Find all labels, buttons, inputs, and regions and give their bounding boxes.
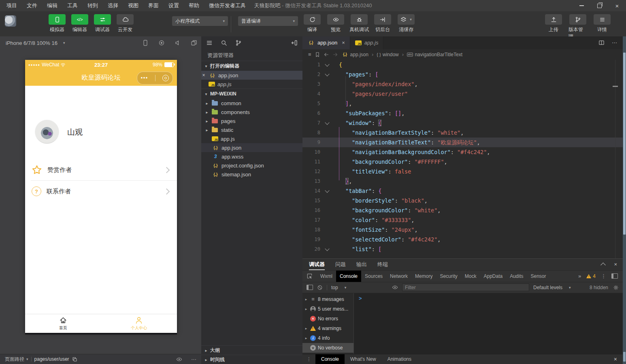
menubar-item[interactable]: 视图	[128, 2, 138, 9]
fold-gutter[interactable]	[324, 118, 332, 128]
devtools-tab-sensor[interactable]: Sensor	[527, 271, 550, 282]
account-avatar[interactable]	[5, 15, 16, 27]
warning-count-badge[interactable]: 4	[586, 273, 596, 279]
record-icon[interactable]	[158, 40, 165, 46]
mode-button-cloud[interactable]: 云开发	[116, 14, 134, 33]
code-line[interactable]: 7"window": {	[302, 118, 623, 128]
menubar-item[interactable]: 文件	[27, 2, 37, 9]
action-button-layers[interactable]: ▾清缓存	[396, 14, 417, 33]
drawer-tab-what-s-new[interactable]: What's New	[345, 354, 382, 364]
file-tree-item[interactable]: ▸common	[201, 99, 302, 108]
console-filter-warning[interactable]: ▸4 warnings	[302, 324, 353, 333]
fold-gutter[interactable]	[324, 186, 332, 196]
log-levels-select[interactable]: Default levels ▾	[533, 285, 571, 290]
mode-button-sliders[interactable]: 调试器	[93, 14, 112, 33]
outline-icon[interactable]: ≡	[308, 52, 311, 57]
close-button[interactable]: ×	[608, 0, 626, 11]
collapse-panel-icon[interactable]	[601, 262, 606, 268]
devtools-menu-icon[interactable]: ⋮	[601, 273, 606, 279]
drawer-tab-console[interactable]: Console	[315, 354, 345, 364]
code-line[interactable]: 1{	[302, 60, 623, 70]
code-line[interactable]: 11"backgroundColor": "#FFFFFF",	[302, 157, 623, 167]
profile-menu-item[interactable]: 赞赏作者	[25, 159, 177, 180]
code-editor[interactable]: 1{2"pages": [3"pages/index/index",4"page…	[302, 60, 623, 258]
device-frame-icon[interactable]	[142, 40, 149, 46]
more-icon[interactable]: ⋯	[191, 357, 196, 362]
mode-button-phone[interactable]: 模拟器	[48, 14, 66, 33]
live-expression-icon[interactable]	[392, 284, 398, 290]
maximize-button[interactable]	[590, 0, 608, 11]
open-editor-item[interactable]: ×{..}app.json	[201, 71, 302, 80]
code-line[interactable]: 16"backgroundColor": "white",	[302, 205, 623, 215]
fold-gutter[interactable]	[324, 60, 332, 70]
fold-gutter[interactable]	[324, 244, 332, 254]
navigate-back-icon[interactable]	[324, 52, 329, 57]
dock-side-icon[interactable]	[611, 273, 618, 279]
console-filter-verbose[interactable]: vNo verbose	[302, 343, 353, 353]
console-filter-info[interactable]: ▸i4 info	[302, 333, 353, 343]
open-editors-header[interactable]: ▾ 打开的编辑器	[201, 61, 302, 71]
devtools-tab-security[interactable]: Security	[436, 271, 461, 282]
tabbar-item-person[interactable]: 个人中心	[101, 314, 177, 333]
devtools-tab-network[interactable]: Network	[386, 271, 411, 282]
file-tree-item[interactable]: {..}app.json	[201, 143, 302, 152]
compile-mode-select[interactable]: 普通编译 ▾	[238, 16, 298, 26]
devtools-tab-audits[interactable]: Audits	[506, 271, 527, 282]
capsule-menu[interactable]: •••	[137, 72, 173, 85]
devtools-tab-mock[interactable]: Mock	[461, 271, 480, 282]
code-line[interactable]: 15"borderStyle": "black",	[302, 196, 623, 205]
debugger-tab-调试器[interactable]: 调试器	[309, 261, 325, 270]
console-filter-input[interactable]	[402, 284, 529, 291]
devtools-tab-sources[interactable]: Sources	[361, 271, 386, 282]
action-button-bug[interactable]: 真机调试	[349, 14, 370, 33]
more-icon[interactable]: ⋯	[612, 40, 617, 45]
console-filter-user[interactable]: ▸5 user mess...	[302, 304, 353, 314]
close-file-icon[interactable]: ×	[201, 72, 206, 78]
search-icon[interactable]	[221, 40, 227, 46]
debugger-tab-问题[interactable]: 问题	[335, 261, 346, 268]
collapse-panel-icon[interactable]	[291, 40, 298, 46]
git-branch-icon[interactable]	[235, 40, 242, 46]
console-settings-icon[interactable]	[613, 285, 619, 290]
file-tree-item[interactable]: ▸components	[201, 108, 302, 116]
caret-down-icon[interactable]: ▾	[26, 357, 28, 361]
tabbar-item-home[interactable]: 首页	[25, 314, 101, 333]
clear-console-icon[interactable]	[317, 285, 323, 290]
devtools-tab-appdata[interactable]: AppData	[480, 271, 506, 282]
menubar-item[interactable]: 设置	[168, 2, 179, 9]
code-line[interactable]: 12"titleView": false	[302, 167, 623, 176]
code-line[interactable]: 18"fontSize": "24upx",	[302, 225, 623, 235]
user-avatar[interactable]	[35, 120, 59, 144]
minimize-button[interactable]	[573, 0, 590, 11]
file-tree-item[interactable]: JSapp.js	[201, 134, 302, 143]
drawer-tab-animations[interactable]: Animations	[382, 354, 417, 364]
bookmark-icon[interactable]	[315, 52, 320, 57]
menubar-item[interactable]: 界面	[148, 2, 159, 9]
profile-menu-item[interactable]: ?联系作者	[25, 181, 177, 202]
more-tabs-icon[interactable]: »	[578, 273, 581, 279]
close-tab-icon[interactable]: ×	[342, 40, 345, 46]
menubar-item[interactable]: 工具	[67, 2, 78, 9]
split-editor-icon[interactable]	[598, 40, 605, 46]
file-tree-item[interactable]: {..}sitemap.json	[201, 170, 302, 179]
file-tree-item[interactable]: ▸static	[201, 125, 302, 134]
debugger-tab-终端[interactable]: 终端	[377, 261, 388, 268]
exit-target-icon[interactable]	[162, 75, 169, 81]
drawer-close-icon[interactable]: ×	[614, 356, 623, 362]
console-filter-list[interactable]: ▸≡8 messages	[302, 294, 353, 304]
devtools-tab-console[interactable]: Console	[336, 271, 361, 282]
editor-tab-app.js[interactable]: JSapp.js	[350, 36, 384, 49]
action-button-refresh[interactable]: 编译	[302, 14, 323, 33]
mute-icon[interactable]	[175, 40, 181, 46]
menubar-item[interactable]: 选择	[108, 2, 118, 9]
console-prompt[interactable]: >	[359, 295, 362, 301]
multi-window-icon[interactable]	[191, 40, 197, 46]
code-line[interactable]: 4"pages/user/user"	[302, 89, 623, 99]
scrollbar-thumb-bottom[interactable]	[623, 352, 626, 362]
action-button-tobg[interactable]: 切后台	[372, 14, 393, 33]
code-line[interactable]: 2"pages": [	[302, 70, 623, 79]
console-sidebar-toggle-icon[interactable]	[307, 285, 313, 290]
code-line[interactable]: 19"selectedColor": "#f4c242",	[302, 235, 623, 244]
navigate-forward-icon[interactable]	[332, 52, 338, 57]
open-editor-item[interactable]: JSapp.js	[201, 80, 302, 89]
